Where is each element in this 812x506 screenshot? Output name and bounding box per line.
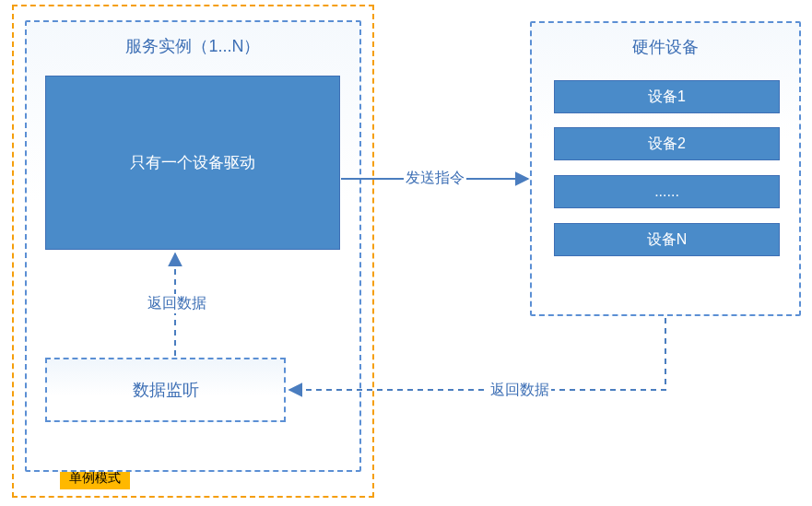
hardware-box: 硬件设备 设备1 设备2 ...... 设备N: [530, 21, 801, 316]
data-listener-box: 数据监听: [45, 358, 286, 422]
device-row: 设备2: [554, 127, 780, 160]
device-row: ......: [554, 175, 780, 208]
send-command-label: 发送指令: [404, 169, 466, 188]
device-row: 设备N: [554, 223, 780, 256]
device-driver-label: 只有一个设备驱动: [130, 152, 255, 173]
device-driver-box: 只有一个设备驱动: [45, 76, 340, 250]
return-data-driver-label: 返回数据: [146, 294, 208, 313]
device-label: ......: [654, 183, 679, 200]
device-label: 设备N: [647, 230, 688, 250]
device-label: 设备2: [648, 135, 686, 154]
device-label: 设备1: [648, 88, 686, 107]
service-title: 服务实例（1...N）: [27, 35, 359, 57]
data-listener-label: 数据监听: [133, 379, 199, 401]
return-data-listener-label: 返回数据: [488, 381, 551, 400]
device-row: 设备1: [554, 80, 780, 113]
hardware-title: 硬件设备: [532, 36, 799, 58]
